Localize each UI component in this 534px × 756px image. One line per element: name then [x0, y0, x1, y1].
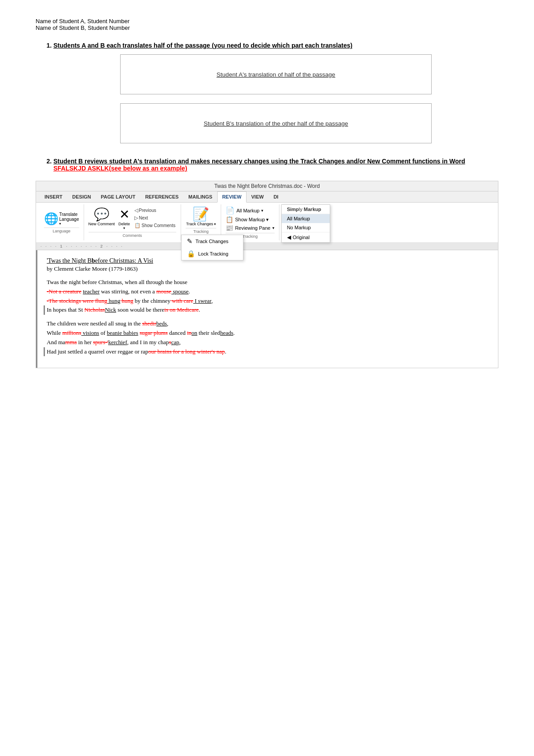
section1-item: Students A and B each translates half of…	[53, 42, 498, 143]
line5-del1: shedir	[142, 320, 156, 327]
doc-para2: The children were nestled all snug in th…	[47, 319, 487, 356]
show-comments-icon: 📋	[134, 223, 141, 228]
tab-design[interactable]: DESIGN	[67, 191, 96, 202]
track-changes-option[interactable]: ✎ Track Changes	[182, 235, 243, 248]
section1-label: Students A and B each translates half of…	[53, 42, 352, 49]
lock-tracking-option[interactable]: 🔒 Lock Tracking	[182, 248, 243, 260]
line4-period: .	[199, 306, 200, 313]
line7-del2: spurs-'	[93, 339, 108, 345]
delete-btn[interactable]: ✕ Delete ▾	[118, 207, 130, 230]
delete-label: Delete	[118, 222, 130, 226]
ribbon-tabs[interactable]: INSERT DESIGN PAGE LAYOUT REFERENCES MAI…	[36, 191, 498, 203]
original-dd-item[interactable]: ◀ Original	[282, 232, 330, 242]
doc-line6: While millions visions of beanie babies …	[47, 329, 487, 338]
doc-body: 'Twas the Night Bbefore Christmas: A Vis…	[36, 250, 498, 368]
translation-a-text: Student A's translation of half of the p…	[217, 71, 336, 78]
line3-del2: hung	[120, 297, 133, 304]
show-markup-label: Show Markup ▾	[235, 217, 269, 223]
tab-mailings[interactable]: MAILINGS	[183, 191, 217, 202]
doc-line4: In hopes that St NicholasNick soon would…	[44, 305, 487, 315]
line3-rest: by the chimney	[134, 297, 170, 304]
header-section: Name of Student A, Student Number Name o…	[36, 18, 498, 31]
word-window: Twas the Night Before Christmas.doc - Wo…	[36, 181, 498, 368]
doc-author: by Clement Clarke Moore (1779-1863)	[47, 265, 487, 272]
next-btn[interactable]: ▷ Next	[134, 215, 176, 221]
doc-line1: Twas the night before Christmas, when al…	[47, 278, 487, 287]
tab-page-layout[interactable]: PAGE LAYOUT	[96, 191, 141, 202]
reviewing-pane-btn[interactable]: 📰 Reviewing Pane ▾	[226, 224, 275, 232]
line2-deleted1: -Not a creature	[47, 288, 81, 295]
line2-inserted1: teacher	[83, 288, 100, 295]
line5-comma: ,	[167, 320, 168, 327]
all-markup-dd-item[interactable]: All Markup	[282, 214, 330, 223]
original-icon: ◀	[287, 234, 291, 240]
tab-references[interactable]: REFERENCES	[140, 191, 183, 202]
line3-ins2: I swear	[193, 297, 211, 304]
tab-view[interactable]: VIEW	[247, 191, 269, 202]
tab-di[interactable]: DI	[269, 191, 283, 202]
line3-ins1: hung	[107, 297, 120, 304]
line6-del1: millions	[62, 329, 81, 336]
doc-title: 'Twas the Night Bbefore Christmas: A Vis…	[47, 257, 487, 264]
track-changes-dropdown[interactable]: ▾	[214, 222, 216, 226]
next-icon: ▷	[134, 215, 138, 221]
line2-period: .	[189, 288, 190, 295]
doc-para1: Twas the night before Christmas, when al…	[47, 278, 487, 315]
line7-ins1: kerchief	[108, 339, 127, 345]
line8-period: .	[225, 348, 226, 355]
all-markup-label: All Markup	[236, 208, 259, 213]
show-markup-btn[interactable]: 📋 Show Markup ▾	[226, 216, 275, 223]
word-titlebar: Twas the Night Before Christmas.doc - Wo…	[36, 181, 498, 191]
line2-inserted2: spouse	[171, 288, 189, 295]
language-label: Language	[59, 217, 79, 222]
line5-start: The children were nestled all snug in th…	[47, 320, 142, 327]
line6-rest: their sled	[197, 329, 220, 336]
translation-box-a: Student A's translation of half of the p…	[120, 54, 432, 94]
line2-deleted2: mouse	[156, 288, 171, 295]
left-margin-bar	[36, 250, 37, 368]
line6-del2: sugar plums	[140, 329, 168, 336]
delete-dropdown: ▾	[123, 226, 125, 230]
line3-del1: -The stockings were flung	[47, 297, 107, 304]
tab-review[interactable]: REVIEW	[217, 191, 246, 203]
line4-start: In hopes that St	[47, 306, 85, 313]
header-line1: Name of Student A, Student Number	[36, 18, 498, 24]
translation-box-b: Student B's translation of the other hal…	[120, 103, 432, 143]
track-changes-option-label: Track Changes	[195, 239, 228, 244]
line4-del1: Nicholas	[85, 306, 105, 313]
tab-insert[interactable]: INSERT	[40, 191, 67, 202]
previous-btn[interactable]: ◁ Previous	[134, 207, 176, 214]
track-changes-btn[interactable]: 📝 Track Changes ▾	[186, 206, 216, 226]
line6-ins4: heads	[220, 329, 234, 336]
show-comments-btn[interactable]: 📋 Show Comments	[134, 222, 176, 229]
new-comment-btn[interactable]: 💬 New Comment	[89, 207, 115, 226]
line8-del1: our brains for a long winter's nap	[148, 348, 225, 355]
all-markup-btn[interactable]: 📄 All Markup ▾	[226, 206, 275, 215]
track-dropdown: ✎ Track Changes 🔒 Lock Tracking	[181, 235, 243, 260]
header-line2: Name of Student B, Student Number	[36, 24, 498, 31]
line5-ins1: beds	[156, 320, 167, 327]
line2-rest1: was stirring, not even a	[100, 288, 156, 295]
line6-of: of	[99, 329, 107, 336]
line6-period: .	[233, 329, 235, 336]
doc-title-bold-b: b	[92, 257, 95, 264]
line7-in: in her	[77, 339, 93, 345]
language-icon: 🌐	[44, 212, 58, 226]
next-label: Next	[139, 215, 148, 220]
line6-start: While	[47, 329, 62, 336]
line6-danced: danced	[168, 329, 187, 336]
original-label: Original	[293, 235, 310, 240]
line4-del2: is on Medicare	[164, 306, 198, 313]
new-comment-icon: 💬	[94, 207, 109, 222]
track-changes-option-icon: ✎	[187, 237, 193, 245]
line6-ins1: visions	[81, 329, 99, 336]
language-group: 🌐 Translate Language ▾ Language	[40, 204, 84, 240]
doc-line5: The children were nestled all snug in th…	[47, 319, 487, 329]
language-group-label: Language	[44, 228, 79, 233]
tracking-group: 📝 Track Changes ▾ ✎ Track Changes 🔒 Lock…	[181, 204, 221, 240]
line4-mid: soon would be there	[116, 306, 164, 313]
no-markup-dd-item[interactable]: No Markup	[282, 223, 330, 232]
section2-label-highlight: SFALSKJD ASKLK(see below as an example)	[53, 165, 187, 172]
comments-group-label: Comments	[89, 232, 177, 238]
line6-ins2: beanie babies	[107, 329, 138, 336]
